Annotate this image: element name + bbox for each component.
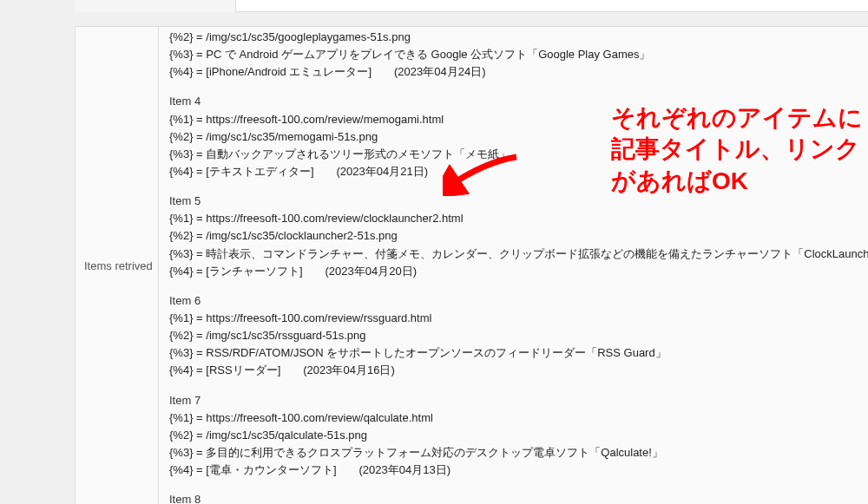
item-line: {%2} = /img/sc1/sc35/memogami-51s.png <box>169 128 858 146</box>
item-line: {%2} = /img/sc1/sc35/qalculate-51s.png <box>169 427 858 444</box>
item-line: {%4} = [電卓・カウンターソフト] (2023年04月13日) <box>169 461 858 479</box>
items-panel: Items retrived {%2} = /img/sc1/sc35/goog… <box>75 26 868 504</box>
item-line: {%4} = [ランチャーソフト] (2023年04月20日) <box>169 263 858 280</box>
item-line: {%2} = /img/sc1/sc35/clocklauncher2-51s.… <box>169 227 858 245</box>
item-block: Item 7 {%1} = https://freesoft-100.com/r… <box>169 392 858 480</box>
item-line: {%1} = https://freesoft-100.com/review/c… <box>169 210 858 227</box>
item-title: Item 4 <box>169 93 858 110</box>
item-line: {%4} = [テキストエディター] (2023年04月21日) <box>169 163 858 180</box>
item-title: Item 5 <box>169 193 858 210</box>
row-label-cell: Items retrived <box>76 27 159 504</box>
item-line: {%3} = 自動バックアップされるツリー形式のメモソフト「メモ紙」 <box>169 146 858 163</box>
item-block: Item 6 {%1} = https://freesoft-100.com/r… <box>169 292 858 380</box>
item-line: {%4} = [iPhone/Android エミュレーター] (2023年04… <box>169 63 858 81</box>
item-line: {%3} = 時計表示、コマンドランチャー、付箋メモ、カレンダー、クリップボード… <box>169 245 858 263</box>
top-bar <box>75 0 868 12</box>
item-line: {%3} = 多目的に利用できるクロスプラットフォーム対応のデスクトップ電卓ソフ… <box>169 444 858 461</box>
item-line: {%4} = [RSSリーダー] (2023年04月16日) <box>169 362 858 379</box>
item-line: {%3} = PC で Android ゲームアプリをプレイできる Google… <box>169 46 858 63</box>
item-line: {%3} = RSS/RDF/ATOM/JSON をサポートしたオープンソースの… <box>169 344 858 362</box>
items-content: {%2} = /img/sc1/sc35/googleplaygames-51s… <box>159 27 868 504</box>
item-line: {%1} = https://freesoft-100.com/review/q… <box>169 409 858 427</box>
item-title: Item 7 <box>169 392 858 409</box>
item-block: Item 8 <box>169 491 858 504</box>
item-line: {%2} = /img/sc1/sc35/rssguard-51s.png <box>169 327 858 344</box>
item-block: Item 4 {%1} = https://freesoft-100.com/r… <box>169 93 858 180</box>
item-block: Item 5 {%1} = https://freesoft-100.com/r… <box>169 193 858 280</box>
item-line: {%1} = https://freesoft-100.com/review/r… <box>169 310 858 327</box>
top-bar-left-cell <box>75 0 236 12</box>
item-partial-top: {%2} = /img/sc1/sc35/googleplaygames-51s… <box>169 29 858 81</box>
item-title: Item 8 <box>169 491 858 504</box>
item-line: {%1} = https://freesoft-100.com/review/m… <box>169 111 858 128</box>
item-title: Item 6 <box>169 292 858 310</box>
item-line: {%2} = /img/sc1/sc35/googleplaygames-51s… <box>169 29 858 46</box>
row-label: Items retrived <box>84 259 153 272</box>
